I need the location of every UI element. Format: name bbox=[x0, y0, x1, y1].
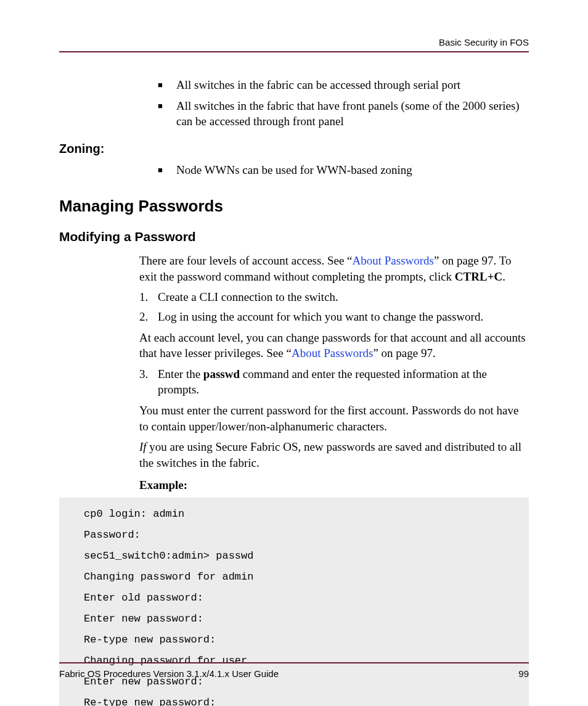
step-item: Log in using the account for which you w… bbox=[139, 309, 529, 325]
text-fragment: Enter the bbox=[158, 367, 203, 380]
command-text: passwd bbox=[203, 367, 240, 380]
header-divider bbox=[59, 51, 529, 52]
steps-list-3: Enter the passwd command and enter the r… bbox=[59, 366, 529, 398]
footer-doc-title: Fabric OS Procedures Version 3.1.x/4.1.x… bbox=[59, 668, 279, 679]
intro-paragraph: There are four levels of account access.… bbox=[59, 253, 529, 284]
page-content: All switches in the fabric can be access… bbox=[59, 77, 529, 706]
link-about-passwords[interactable]: About Passwords bbox=[292, 347, 373, 359]
zoning-heading: Zoning: bbox=[59, 141, 529, 157]
managing-passwords-heading: Managing Passwords bbox=[59, 195, 529, 217]
intro-bullet-list: All switches in the fabric can be access… bbox=[59, 77, 529, 129]
document-page: Basic Security in FOS All switches in th… bbox=[0, 0, 588, 706]
secure-os-paragraph: If you are using Secure Fabric OS, new p… bbox=[59, 439, 529, 470]
footer-page-number: 99 bbox=[518, 668, 529, 679]
footer-divider bbox=[59, 662, 529, 663]
mid-paragraph: At each account level, you can change pa… bbox=[59, 330, 529, 361]
footer-row: Fabric OS Procedures Version 3.1.x/4.1.x… bbox=[59, 668, 529, 679]
text-fragment: ” on page 97. bbox=[373, 347, 435, 359]
note-paragraph: You must enter the current password for … bbox=[59, 403, 529, 434]
text-fragment: you are using Secure Fabric OS, new pass… bbox=[139, 440, 521, 469]
shortcut-text: CTRL+C bbox=[455, 270, 502, 283]
text-fragment: There are four levels of account access.… bbox=[139, 254, 353, 267]
example-label: Example: bbox=[59, 477, 529, 493]
step-item: Enter the passwd command and enter the r… bbox=[139, 366, 529, 398]
list-item: All switches in the fabric can be access… bbox=[158, 77, 529, 93]
step-item: Create a CLI connection to the switch. bbox=[139, 289, 529, 305]
list-item: Node WWNs can be used for WWN-based zoni… bbox=[158, 162, 529, 178]
running-header-text: Basic Security in FOS bbox=[59, 37, 529, 51]
text-fragment: . bbox=[502, 270, 505, 283]
steps-list-1-2: Create a CLI connection to the switch. L… bbox=[59, 289, 529, 324]
page-header: Basic Security in FOS bbox=[59, 37, 529, 52]
zoning-bullet-list: Node WWNs can be used for WWN-based zoni… bbox=[59, 162, 529, 178]
page-footer: Fabric OS Procedures Version 3.1.x/4.1.x… bbox=[59, 662, 529, 679]
text-fragment-italic: If bbox=[139, 440, 147, 453]
modifying-password-heading: Modifying a Password bbox=[59, 228, 529, 245]
list-item: All switches in the fabric that have fro… bbox=[158, 98, 529, 129]
link-about-passwords[interactable]: About Passwords bbox=[353, 254, 434, 267]
